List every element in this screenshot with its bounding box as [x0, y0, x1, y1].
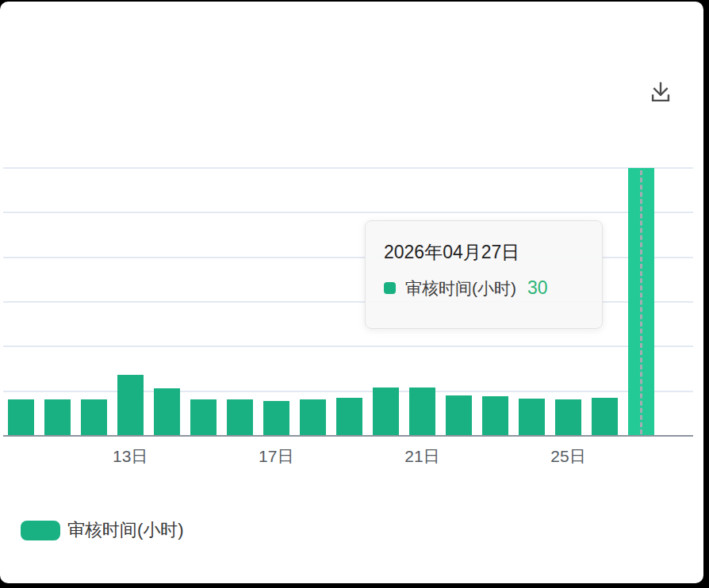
tooltip-row: 审核时间(小时) 30 [384, 277, 583, 300]
y-gridline [3, 391, 693, 392]
x-tick-label: 17日 [259, 445, 293, 468]
legend-item[interactable]: 审核时间(小时) [21, 518, 184, 542]
bar[interactable] [336, 398, 362, 436]
bar[interactable] [154, 388, 180, 436]
x-tick-label: 13日 [113, 445, 148, 468]
bar[interactable] [409, 388, 435, 436]
bar[interactable] [81, 399, 107, 436]
x-tick-label: 25日 [550, 445, 585, 468]
download-icon [647, 79, 674, 106]
bar[interactable] [373, 388, 399, 436]
legend-label: 审核时间(小时) [67, 518, 184, 542]
axis-pointer-dashed-line [640, 170, 642, 434]
bar[interactable] [44, 399, 71, 436]
x-tick-label: 21日 [404, 445, 439, 468]
bar[interactable] [117, 375, 144, 436]
y-gridline [3, 167, 693, 169]
bar[interactable] [519, 399, 545, 436]
bar[interactable] [8, 399, 34, 436]
chart-tooltip: 2026年04月27日 审核时间(小时) 30 [365, 220, 603, 329]
x-axis-line [3, 435, 693, 437]
download-button[interactable] [644, 76, 677, 109]
bar[interactable] [227, 399, 253, 436]
bar[interactable] [482, 396, 508, 436]
bar[interactable] [190, 399, 217, 436]
y-gridline [3, 212, 693, 213]
chart-screen: 13日17日21日25日 2026年04月27日 审核时间(小时) 30 审核时… [0, 0, 709, 588]
series-marker-icon [384, 282, 396, 294]
bar[interactable] [555, 399, 581, 436]
bar[interactable] [446, 395, 472, 436]
legend-swatch-icon [21, 521, 60, 540]
tooltip-value: 30 [527, 277, 548, 299]
bar[interactable] [263, 401, 289, 436]
y-gridline [3, 346, 693, 347]
tooltip-series-label: 审核时间(小时) [405, 277, 516, 300]
tooltip-date: 2026年04月27日 [384, 242, 583, 264]
bar[interactable] [592, 398, 618, 436]
bar[interactable] [300, 399, 326, 436]
